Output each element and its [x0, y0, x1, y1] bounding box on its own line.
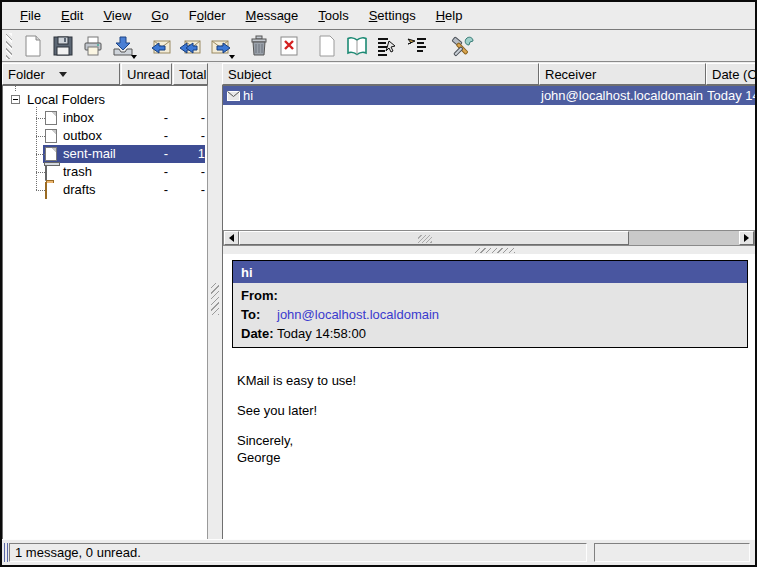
folder-row-drafts[interactable]: drafts - -	[3, 181, 207, 199]
menu-settings[interactable]: Settings	[359, 3, 426, 28]
scroll-right-button[interactable]	[739, 231, 754, 245]
vertical-splitter[interactable]	[208, 85, 222, 539]
folder-label: inbox	[63, 110, 94, 125]
horizontal-splitter[interactable]	[223, 246, 755, 254]
subject-column-header[interactable]: Subject	[222, 63, 539, 85]
right-arrow-icon	[744, 234, 749, 242]
menu-file[interactable]: File	[10, 3, 51, 28]
tree-guide-line	[36, 136, 45, 137]
configure-button[interactable]	[448, 32, 477, 60]
new-page-button[interactable]	[312, 32, 341, 60]
message-body: KMail is easy to use! See you later! Sin…	[237, 372, 356, 466]
body-line: George	[237, 449, 356, 466]
message-date: Today 14	[707, 88, 755, 103]
folder-row-inbox[interactable]: inbox - -	[3, 109, 207, 127]
mark-message-button[interactable]	[402, 32, 431, 60]
date-label: Date:	[233, 324, 277, 343]
unread-column-label: Unread	[127, 67, 170, 82]
message-receiver: john@localhost.localdomain	[540, 88, 707, 103]
right-pane: hi john@localhost.localdomain Today 14 h…	[222, 85, 755, 539]
message-preview-pane: hi From: To: john@localhost.localdomain …	[223, 254, 755, 539]
folder-row-outbox[interactable]: outbox - -	[3, 127, 207, 145]
body-line: See you later!	[237, 402, 356, 419]
from-label: From:	[233, 286, 277, 305]
reply-button[interactable]	[146, 32, 175, 60]
save-as-button[interactable]	[48, 32, 77, 60]
status-secondary-field	[594, 543, 750, 562]
toolbar-drag-handle[interactable]	[6, 33, 12, 59]
tree-guide-line	[36, 118, 45, 119]
total-count: -	[170, 110, 205, 125]
message-list: hi john@localhost.localdomain Today 14	[223, 85, 755, 230]
address-book-button[interactable]	[342, 32, 371, 60]
reply-all-button[interactable]	[176, 32, 205, 60]
trash-folder-icon	[45, 164, 47, 181]
scroll-left-button[interactable]	[224, 231, 239, 245]
tree-guide-line	[36, 172, 45, 173]
horizontal-scrollbar[interactable]	[223, 230, 755, 246]
message-subject: hi	[243, 88, 253, 103]
menu-edit[interactable]: Edit	[51, 3, 93, 28]
sort-arrow-icon	[59, 72, 67, 77]
main-toolbar	[2, 31, 755, 62]
reply-icon	[149, 34, 173, 58]
address-book-icon	[345, 34, 369, 58]
menu-view[interactable]: View	[93, 3, 141, 28]
select-messages-button[interactable]	[372, 32, 401, 60]
total-count: -	[170, 128, 205, 143]
splitter-grip	[211, 283, 219, 315]
splitter-grip	[475, 248, 515, 253]
date-column-label: Date (O	[712, 67, 755, 82]
forward-button[interactable]	[206, 32, 235, 60]
tools-icon	[451, 34, 475, 58]
printer-icon	[81, 34, 105, 58]
envelope-icon	[227, 91, 240, 101]
receiver-column-header[interactable]: Receiver	[539, 63, 706, 85]
date-column-header[interactable]: Date (O	[706, 63, 755, 85]
mail-folder-icon	[45, 129, 57, 143]
folder-row-sent-mail[interactable]: sent-mail - 1	[3, 145, 207, 163]
message-row[interactable]: hi john@localhost.localdomain Today 14	[223, 86, 755, 105]
total-count: 1	[170, 146, 205, 161]
total-count: -	[170, 182, 205, 197]
unread-count: -	[120, 146, 168, 161]
scrollbar-thumb[interactable]	[239, 231, 629, 245]
delete-button[interactable]	[274, 32, 303, 60]
unread-count: -	[120, 182, 168, 197]
folder-column-header[interactable]: Folder	[2, 63, 120, 85]
message-list-cursor-icon	[375, 34, 399, 58]
folder-row-local-folders[interactable]: Local Folders	[3, 91, 207, 109]
status-message: 1 message, 0 unread.	[15, 545, 141, 560]
message-title-bar: hi	[233, 261, 747, 283]
unread-column-header[interactable]: Unread	[121, 63, 172, 85]
body-line: Sincerely,	[237, 432, 356, 449]
to-address-link[interactable]: john@localhost.localdomain	[277, 305, 439, 324]
folder-row-trash[interactable]: trash - -	[3, 163, 207, 181]
message-title: hi	[241, 265, 253, 280]
kmail-main-window: File Edit View Go Folder Message Tools S…	[0, 0, 757, 567]
mark-message-icon	[405, 34, 429, 58]
folder-label: trash	[63, 164, 92, 179]
folder-column-label: Folder	[8, 67, 45, 82]
statusbar-grip	[4, 543, 8, 562]
menu-message[interactable]: Message	[236, 3, 309, 28]
unread-count: -	[120, 110, 168, 125]
menu-folder[interactable]: Folder	[179, 3, 236, 28]
move-to-trash-button[interactable]	[244, 32, 273, 60]
new-message-button[interactable]	[18, 32, 47, 60]
total-column-header[interactable]: Total	[173, 63, 208, 85]
dropdown-caret-icon	[131, 55, 137, 59]
check-mail-button[interactable]	[108, 32, 137, 60]
reply-all-icon	[179, 34, 203, 58]
menu-go[interactable]: Go	[141, 3, 178, 28]
date-value: Today 14:58:00	[277, 324, 366, 343]
collapse-expander-icon[interactable]	[11, 95, 20, 104]
left-arrow-icon	[229, 234, 234, 242]
menu-tools[interactable]: Tools	[308, 3, 358, 28]
blank-page-icon	[315, 34, 339, 58]
print-button[interactable]	[78, 32, 107, 60]
mail-folder-icon	[45, 147, 57, 161]
trash-icon	[247, 34, 271, 58]
menu-help[interactable]: Help	[426, 3, 473, 28]
status-bar: 1 message, 0 unread.	[2, 539, 755, 565]
